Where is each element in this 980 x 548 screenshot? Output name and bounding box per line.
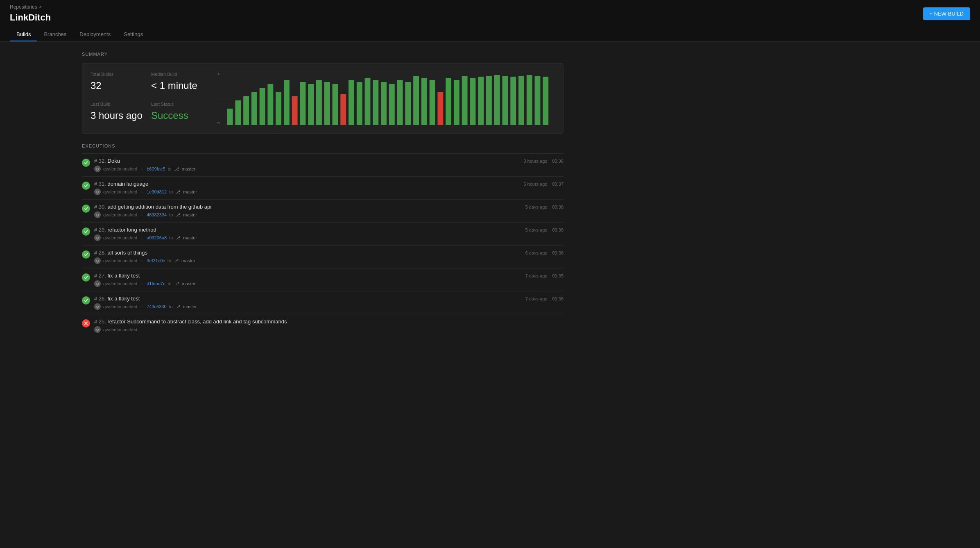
branch-name: master (181, 258, 195, 263)
execution-time: 3 hours ago00:36 (523, 158, 564, 164)
svg-rect-16 (316, 80, 322, 125)
tab-deployments[interactable]: Deployments (73, 28, 117, 41)
execution-title: # 30. add getting addition data from the… (94, 204, 525, 210)
execution-item[interactable]: # 29. refactor long methodQqvalentin pus… (82, 222, 564, 245)
svg-rect-36 (478, 77, 484, 125)
last-status-stat: Last Status Success (151, 102, 205, 125)
tab-builds[interactable]: Builds (10, 28, 37, 41)
execution-item[interactable]: # 31. domain languageQqvalentin pushed→1… (82, 176, 564, 199)
execution-number: # 25. (94, 318, 106, 325)
tab-branches[interactable]: Branches (37, 28, 73, 41)
execution-item[interactable]: # 28. all sorts of thingsQqvalentin push… (82, 245, 564, 268)
commit-hash: 46382334 (147, 212, 167, 217)
branch-icon: ⎇ (175, 235, 181, 241)
breadcrumb-repositories[interactable]: Repositories (10, 4, 37, 10)
svg-rect-33 (454, 80, 459, 125)
svg-rect-14 (300, 82, 306, 125)
execution-main: # 32. DokuQqvalentin pushed→b609fac5to⎇m… (94, 158, 523, 172)
execution-title: # 29. refactor long method (94, 227, 525, 233)
execution-number: # 32. (94, 158, 106, 164)
success-icon (82, 296, 90, 305)
execution-main: # 31. domain languageQqvalentin pushed→1… (94, 181, 523, 195)
breadcrumb: Repositories > (10, 4, 970, 10)
repo-title: LinkDitch (10, 12, 970, 23)
nav-tabs: Builds Branches Deployments Settings (10, 28, 970, 41)
arrow-icon: → (140, 166, 144, 171)
svg-rect-39 (502, 76, 508, 125)
execution-duration: 00:35 (552, 273, 564, 278)
execution-timestamp: 6 days ago (525, 250, 548, 255)
execution-meta: Qqvalentin pushed→a03206a8to⎇master (94, 234, 525, 241)
last-build-value: 3 hours ago (91, 110, 145, 121)
svg-rect-19 (340, 94, 346, 125)
avatar: Q (94, 303, 101, 310)
total-builds-label: Total Builds (91, 72, 145, 77)
arrow-icon: → (140, 212, 144, 217)
branch-icon: ⎇ (175, 189, 181, 195)
execution-meta: Qqvalentin pushed→743c6330to⎇master (94, 303, 525, 310)
svg-rect-35 (470, 78, 476, 125)
arrow-icon: → (140, 189, 144, 194)
execution-meta: Qqvalentin pushed (94, 326, 564, 333)
execution-to: to (167, 281, 171, 286)
svg-rect-20 (349, 80, 354, 125)
execution-user: qvalentin pushed (103, 166, 137, 171)
execution-item[interactable]: # 32. DokuQqvalentin pushed→b609fac5to⎇m… (82, 153, 564, 176)
new-build-button[interactable]: + NEW BUILD (923, 7, 970, 20)
branch-name: master (182, 166, 196, 171)
execution-item[interactable]: # 30. add getting addition data from the… (82, 199, 564, 222)
svg-rect-12 (284, 80, 290, 125)
svg-rect-44 (543, 77, 548, 125)
execution-title: # 32. Doku (94, 158, 523, 164)
execution-title: # 26. fix a flaky test (94, 296, 525, 302)
execution-item[interactable]: # 26. fix a flaky testQqvalentin pushed→… (82, 291, 564, 314)
execution-main: # 26. fix a flaky testQqvalentin pushed→… (94, 296, 525, 310)
execution-item[interactable]: # 27. fix a flaky testQqvalentin pushed→… (82, 268, 564, 291)
commit-hash: 1e30d812 (147, 189, 167, 194)
svg-rect-28 (413, 76, 419, 125)
execution-number: # 27. (94, 273, 106, 279)
commit-hash: b609fac5 (147, 166, 165, 171)
last-status-value: Success (151, 110, 205, 121)
branch-icon: ⎇ (174, 166, 179, 172)
svg-rect-26 (397, 80, 403, 125)
failed-icon (82, 319, 90, 327)
svg-rect-21 (357, 82, 362, 125)
avatar: Q (94, 234, 101, 241)
svg-rect-10 (267, 84, 273, 125)
svg-rect-6 (235, 100, 241, 125)
svg-rect-24 (381, 82, 387, 125)
success-icon (82, 205, 90, 213)
execution-meta: Qqvalentin pushed→46382334to⎇master (94, 211, 525, 218)
svg-rect-38 (494, 75, 500, 125)
execution-number: # 29. (94, 227, 106, 233)
svg-rect-31 (437, 92, 443, 125)
execution-timestamp: 5 hours ago (523, 182, 547, 186)
svg-rect-23 (373, 80, 378, 125)
svg-rect-8 (251, 92, 257, 125)
execution-item[interactable]: # 25. refactor Subcommand to abstract cl… (82, 314, 564, 337)
avatar: Q (94, 326, 101, 333)
branch-name: master (183, 212, 197, 217)
execution-to: to (169, 235, 173, 240)
execution-title: # 28. all sorts of things (94, 250, 525, 256)
avatar: Q (94, 211, 101, 218)
execution-time: 7 days ago00:35 (525, 273, 564, 278)
branch-icon: ⎇ (175, 212, 181, 218)
execution-duration: 00:36 (552, 296, 564, 301)
execution-duration: 00:38 (552, 227, 564, 232)
execution-main: # 25. refactor Subcommand to abstract cl… (94, 318, 564, 333)
executions-list: # 32. DokuQqvalentin pushed→b609fac5to⎇m… (82, 153, 564, 337)
svg-rect-25 (389, 84, 395, 125)
total-builds-stat: Total Builds 32 (91, 72, 145, 95)
tab-settings[interactable]: Settings (117, 28, 149, 41)
avatar: Q (94, 280, 101, 287)
execution-user: qvalentin pushed (103, 189, 137, 194)
execution-main: # 30. add getting addition data from the… (94, 204, 525, 218)
execution-time: 5 days ago00:38 (525, 204, 564, 209)
chart-svg: 1 5 (215, 72, 555, 125)
commit-hash: a03206a8 (147, 235, 167, 240)
svg-rect-22 (365, 78, 371, 125)
execution-number: # 28. (94, 250, 106, 256)
execution-timestamp: 5 days ago (525, 227, 548, 232)
